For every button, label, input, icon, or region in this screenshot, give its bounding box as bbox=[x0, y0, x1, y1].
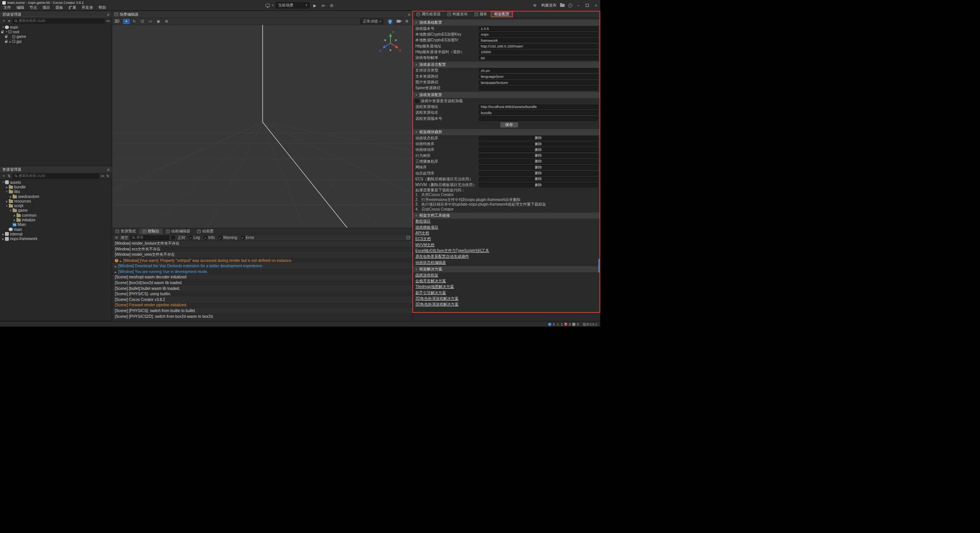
expand-arrow-icon[interactable]: ▶ bbox=[5, 200, 9, 203]
3d-mode-button[interactable]: 3D bbox=[114, 19, 119, 23]
solution-link[interactable]: 2D角色扮演游戏解决方案 bbox=[413, 296, 600, 301]
solution-link[interactable]: 新手引导解决方案 bbox=[413, 290, 600, 296]
filter-checkbox[interactable] bbox=[219, 236, 222, 239]
chevron-down-icon[interactable]: ▾ bbox=[7, 19, 11, 23]
expand-arrow-icon[interactable]: ▼ bbox=[9, 209, 13, 212]
camera-icon[interactable] bbox=[397, 20, 400, 23]
expand-arrow-icon[interactable]: ▶ bbox=[9, 195, 13, 198]
solution-link[interactable]: 战棋游戏框架 bbox=[413, 272, 600, 278]
asset-row[interactable]: ▼ assets bbox=[0, 180, 112, 185]
chevron-down-icon[interactable]: ▾ bbox=[272, 4, 274, 7]
asset-row[interactable]: main bbox=[0, 227, 112, 232]
menu-icon[interactable]: ≡ bbox=[408, 12, 410, 17]
menu-item[interactable]: 文件 bbox=[1, 5, 14, 10]
inspector-tab[interactable]: 框架配置 bbox=[491, 11, 513, 17]
scene-settings-gear-icon[interactable]: ⚙ bbox=[403, 19, 410, 24]
lock-icon[interactable] bbox=[1, 30, 4, 34]
console-tab[interactable]: 资源预览 bbox=[112, 228, 139, 234]
error-count-icon[interactable] bbox=[564, 323, 567, 326]
log-row[interactable]: [Window] ecs文件夹不存在 bbox=[112, 247, 413, 252]
asset-row[interactable]: ▶ resources bbox=[0, 199, 112, 203]
section-header-lang[interactable]: ∨ 游戏多语言配置 bbox=[413, 62, 600, 68]
build-publish-button[interactable]: 构建发布 bbox=[541, 3, 557, 8]
section-header-basic[interactable]: ∨ 游戏基础配置 bbox=[413, 20, 600, 26]
delete-button[interactable]: 删除 bbox=[479, 136, 598, 141]
property-input[interactable] bbox=[479, 56, 598, 60]
lock-icon[interactable] bbox=[5, 40, 8, 43]
log-row[interactable]: [Scene] Forward render pipeline initiali… bbox=[112, 302, 413, 308]
move-tool-icon[interactable]: + bbox=[123, 19, 130, 24]
delete-button[interactable]: 删除 bbox=[479, 183, 598, 187]
axis-gizmo[interactable]: Y X Z bbox=[378, 30, 403, 55]
menu-icon[interactable]: ≡ bbox=[107, 167, 109, 172]
log-row[interactable]: [Scene] [box2d]:box2d wasm lib loaded. bbox=[112, 280, 413, 286]
filter-checkbox[interactable] bbox=[241, 236, 245, 239]
log-row[interactable]: [Window] Download the Vue Devtools exten… bbox=[112, 263, 413, 269]
clear-button[interactable]: 清空 bbox=[120, 235, 128, 240]
scrollbar-thumb[interactable] bbox=[598, 259, 600, 273]
filter-icon[interactable]: ≔ bbox=[106, 19, 110, 23]
log-file-icon[interactable] bbox=[407, 236, 410, 239]
pivot-toggle-icon[interactable]: ⊕ bbox=[163, 19, 170, 24]
expand-arrow-icon[interactable]: ▶ bbox=[13, 219, 16, 221]
light-toggle-icon[interactable] bbox=[389, 20, 392, 23]
delete-button[interactable]: 删除 bbox=[479, 177, 598, 181]
preview-grid-button[interactable]: ⊞ bbox=[328, 2, 335, 8]
maximize-button[interactable] bbox=[586, 4, 589, 7]
filter-checkbox[interactable] bbox=[204, 236, 207, 239]
property-input[interactable] bbox=[479, 74, 598, 79]
assets-search-input[interactable]: 搜索名称或 UUID bbox=[13, 174, 99, 178]
menu-item[interactable]: 项目 bbox=[40, 5, 53, 10]
refresh-icon[interactable]: ↻ bbox=[106, 174, 110, 178]
hierarchy-node-row[interactable]: ▼ main bbox=[0, 25, 112, 29]
rotate-tool-icon[interactable]: ↻ bbox=[131, 19, 138, 24]
doc-link[interactable]: 游戏模板项目 bbox=[413, 224, 600, 230]
console-tab[interactable]: 动画编辑器 bbox=[163, 228, 194, 234]
scene-viewport[interactable]: Y X Z bbox=[112, 25, 413, 228]
doc-link[interactable]: 原生包热更新配置自动生成插件 bbox=[413, 254, 600, 260]
expand-arrow-icon[interactable]: ▶ bbox=[1, 233, 5, 235]
section-header-modules[interactable]: ∨ 框架模块裁剪 bbox=[413, 129, 600, 135]
doc-link[interactable]: 动画状态机编辑器 bbox=[413, 260, 600, 265]
expand-arrow-icon[interactable]: ▶ bbox=[8, 40, 12, 43]
preview-target-icon[interactable] bbox=[266, 4, 270, 7]
property-input[interactable] bbox=[479, 44, 598, 49]
solution-link[interactable]: Tiledmap地图解决方案 bbox=[413, 284, 600, 290]
hierarchy-node-row[interactable]: ▼ root bbox=[0, 29, 112, 34]
doc-link[interactable]: ECS文档 bbox=[413, 236, 600, 242]
hierarchy-search-input[interactable]: 搜索名称或 UUID bbox=[13, 19, 105, 23]
inspector-tab[interactable]: 服务 bbox=[471, 11, 491, 17]
info-count-icon[interactable] bbox=[548, 323, 551, 326]
expand-arrow-icon[interactable]: ▶ bbox=[13, 214, 16, 217]
property-input[interactable] bbox=[479, 105, 598, 109]
view-mode-select[interactable]: 正常浏览 ▾ bbox=[360, 19, 383, 24]
add-asset-button[interactable]: + bbox=[2, 174, 6, 178]
menu-item[interactable]: 开发者 bbox=[79, 5, 96, 10]
log-row[interactable]: [Scene] [PHYSICS2D]: switch from box2d-w… bbox=[112, 314, 413, 319]
log-row[interactable]: [Scene] Cocos Creator v3.8.2 bbox=[112, 297, 413, 302]
inspector-tab[interactable]: 构建发布 bbox=[444, 11, 471, 17]
help-icon[interactable]: ? bbox=[568, 3, 572, 8]
asset-row[interactable]: ▶ internal bbox=[0, 232, 112, 236]
menu-item[interactable]: 面板 bbox=[53, 5, 66, 10]
property-input[interactable] bbox=[479, 80, 598, 85]
asset-row[interactable]: ▼ game bbox=[0, 208, 112, 213]
log-filter-toggle[interactable]: Warning bbox=[219, 235, 237, 240]
inspector-tab[interactable]: 属性检查器 bbox=[413, 11, 444, 17]
log-row[interactable]: [Scene] meshopt wasm decoder initialized bbox=[112, 275, 413, 280]
property-input[interactable] bbox=[479, 26, 598, 31]
save-button[interactable]: 保存 bbox=[500, 122, 518, 128]
close-button[interactable]: × bbox=[593, 3, 599, 8]
play-button[interactable]: ▶ bbox=[312, 2, 318, 8]
asset-row[interactable]: ▼ libs bbox=[0, 190, 112, 194]
step-button[interactable]: ≫ bbox=[320, 2, 326, 8]
log-filter-toggle[interactable]: Error bbox=[241, 235, 254, 240]
expand-arrow-icon[interactable]: ▼ bbox=[1, 26, 5, 28]
doc-link[interactable]: API文档 bbox=[413, 230, 600, 236]
regex-checkbox[interactable] bbox=[172, 236, 175, 239]
expand-arrow-icon[interactable]: ▶ bbox=[5, 186, 9, 188]
asset-row[interactable]: ▶ oops-framework bbox=[0, 237, 112, 241]
delete-button[interactable]: 删除 bbox=[479, 142, 598, 146]
asset-row[interactable]: ▶ common bbox=[0, 213, 112, 217]
delete-button[interactable]: 删除 bbox=[479, 171, 598, 176]
